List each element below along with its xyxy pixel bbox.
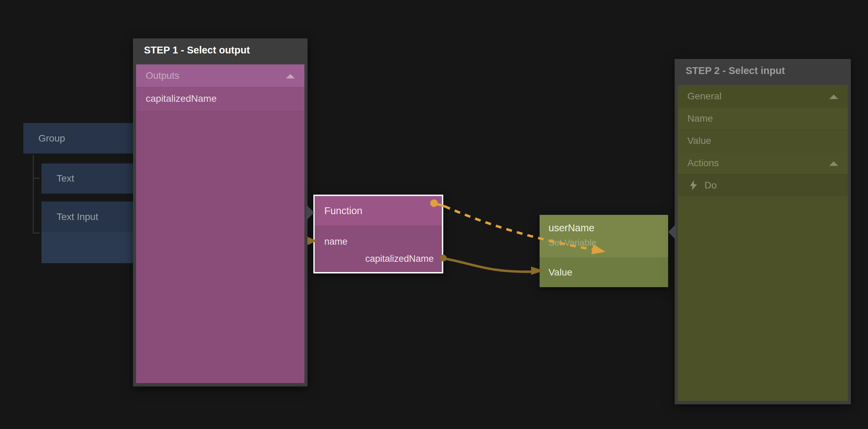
step2-item-value-label: Value [687,135,711,146]
set-variable-node[interactable]: userName Set Variable Value [540,215,668,287]
step1-item-capitalizedname-label: capitalizedName [146,93,217,104]
step1-section-outputs[interactable]: Outputs [136,64,304,87]
step1-panel-body: Outputs capitalizedName [136,64,304,383]
step1-section-outputs-label: Outputs [146,70,179,81]
set-variable-node-title: userName [548,222,594,234]
step1-item-capitalizedname[interactable]: capitalizedName [136,87,304,110]
function-input-name[interactable]: name [324,236,348,247]
step2-item-do-label: Do [704,180,717,191]
step2-panel: STEP 2 - Select input General Name Value… [675,59,851,404]
tree-node-group[interactable]: Group [23,123,134,154]
tree-connector-vertical [33,155,34,233]
step2-section-general[interactable]: General [678,85,848,107]
function-node[interactable]: Function name capitalizedName [313,195,443,273]
step2-item-value[interactable]: Value [678,130,848,152]
set-variable-node-subtitle: Set Variable [548,237,596,248]
step2-item-name[interactable]: Name [678,107,848,130]
tree-node-text-label: Text [57,173,74,184]
triangle-up-icon[interactable] [829,161,838,166]
set-variable-input-value[interactable]: Value [540,257,668,287]
triangle-up-icon[interactable] [829,95,838,99]
step2-section-actions-label: Actions [687,158,719,169]
connection-capitalizedname-to-value[interactable] [444,258,531,272]
step2-panel-title: STEP 2 - Select input [675,59,851,82]
step1-panel: STEP 1 - Select output Outputs capitaliz… [133,38,308,387]
step2-item-do[interactable]: Do [678,174,848,196]
tree-connector-branch-bottom [33,233,40,233]
tree-node-group-label: Group [38,133,65,144]
triangle-up-icon[interactable] [286,74,295,78]
function-node-title: Function [324,205,362,217]
step2-panel-body: General Name Value Actions Do [678,85,848,401]
step2-section-general-label: General [687,91,722,102]
tree-connector-branch-text [33,178,40,179]
tree-node-text[interactable]: Text [41,163,134,194]
function-node-header[interactable]: Function [315,196,442,225]
tree-node-text-input-children-area [41,232,134,263]
tree-node-text-input[interactable]: Text Input [41,201,134,232]
step2-item-name-label: Name [687,113,713,124]
step1-panel-title: STEP 1 - Select output [133,38,308,62]
lightning-icon [690,180,697,191]
set-variable-input-value-label: Value [548,267,572,278]
function-output-capitalizedname[interactable]: capitalizedName [365,254,434,264]
step2-section-actions[interactable]: Actions [678,152,848,174]
tree-node-text-input-label: Text Input [57,211,98,222]
